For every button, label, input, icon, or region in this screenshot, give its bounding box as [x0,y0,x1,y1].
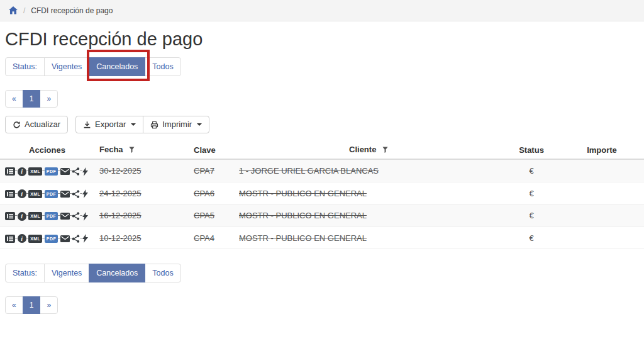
filter-vigentes-button[interactable]: Vigentes [44,57,89,76]
status-cell: € [503,204,560,227]
page-1-button[interactable]: 1 [23,296,41,314]
euro-icon: € [529,211,533,220]
clave-cell: CPA5 [189,204,234,227]
email-icon[interactable] [60,168,70,175]
lightning-icon[interactable] [82,167,88,176]
actions-cell: i XML PDF [0,182,94,204]
print-label: Imprimir [162,120,192,129]
refresh-label: Actualizar [25,120,60,129]
cliente-cell: MOSTR - PUBLICO EN GENERAL [234,226,503,249]
lightning-icon[interactable] [82,212,88,221]
filter-todos-button[interactable]: Todos [145,57,180,76]
pdf-badge-icon[interactable]: PDF [45,190,58,198]
info-icon[interactable]: i [18,167,26,176]
clave-cell: CPA4 [189,226,234,249]
page-next-button[interactable]: » [40,90,58,108]
export-print-group: Exportar Imprimir [75,116,209,133]
email-icon[interactable] [60,191,70,198]
refresh-icon [13,121,21,129]
chevron-down-icon [197,123,202,126]
importe-cell [560,159,644,182]
page-next-button[interactable]: » [40,296,58,314]
header-fecha[interactable]: Fecha [94,141,189,159]
header-fecha-label: Fecha [99,145,123,154]
table-row: i XML PDF 10-12-2025 CPA4 MOSTR - PUBLIC… [0,226,644,249]
header-status: Status [503,141,560,159]
status-filter-label: Status: [5,264,45,282]
actions-cell: i XML PDF [0,226,94,249]
cfdi-table: Acciones Fecha Clave Cliente Status Impo… [0,141,644,249]
filter-cancelados-button[interactable]: Cancelados [89,57,145,76]
receipt-icon[interactable] [5,190,15,198]
status-cell: € [503,226,560,249]
print-button[interactable]: Imprimir [143,116,209,133]
share-icon[interactable] [72,212,80,220]
importe-cell [560,182,644,204]
header-importe: Importe [560,141,644,159]
export-icon [83,121,91,129]
xml-badge-icon[interactable]: XML [28,190,42,198]
xml-badge-icon[interactable]: XML [28,167,42,176]
pagination-top: « 1 » [5,90,58,108]
table-header-row: Acciones Fecha Clave Cliente Status Impo… [0,141,644,159]
breadcrumb-current: CFDI recepción de pago [31,6,113,15]
pdf-badge-icon[interactable]: PDF [45,235,58,243]
home-icon[interactable] [9,6,18,14]
receipt-icon[interactable] [5,167,15,176]
clave-cell: CPA6 [189,182,234,204]
page-prev-button[interactable]: « [5,90,23,108]
share-icon[interactable] [72,235,80,243]
email-icon[interactable] [60,213,70,220]
filter-cancelados-button[interactable]: Cancelados [89,264,145,282]
lightning-icon[interactable] [82,189,88,198]
fecha-cell: 24-12-2025 [94,182,189,204]
page-1-button[interactable]: 1 [23,90,41,108]
info-icon[interactable]: i [18,189,26,198]
page-prev-button[interactable]: « [5,296,23,314]
header-cliente[interactable]: Cliente [234,141,503,159]
receipt-icon[interactable] [5,235,15,243]
fecha-cell: 10-12-2025 [94,226,189,249]
pdf-badge-icon[interactable]: PDF [45,212,58,220]
xml-badge-icon[interactable]: XML [28,235,42,243]
cfdi-page: { "breadcrumb": { "separator": "/", "cur… [0,0,644,341]
lightning-icon[interactable] [82,234,88,243]
filter-vigentes-button[interactable]: Vigentes [44,264,89,282]
info-icon[interactable]: i [18,234,26,243]
print-icon [150,121,158,129]
status-filter-label: Status: [5,57,45,76]
filter-cancelados-label: Cancelados [96,62,138,71]
share-icon[interactable] [72,167,80,176]
pdf-badge-icon[interactable]: PDF [45,167,58,176]
export-button[interactable]: Exportar [75,116,143,133]
cliente-cell: 1 - JORGE URIEL GARCIA BLANCAS [234,159,503,182]
euro-icon: € [529,233,533,243]
page-title: CFDI recepción de pago [5,28,644,50]
filter-icon[interactable] [382,145,388,155]
euro-icon: € [529,189,533,198]
breadcrumb: / CFDI recepción de pago [0,0,644,21]
importe-cell [560,226,644,249]
filter-todos-button[interactable]: Todos [145,264,180,282]
table-row: i XML PDF 24-12-2025 CPA6 MOSTR - PUBLIC… [0,182,644,204]
table-row: i XML PDF 30-12-2025 CPA7 1 - JORGE URIE… [0,159,644,182]
actions-cell: i XML PDF [0,204,94,227]
export-label: Exportar [95,120,126,129]
refresh-button[interactable]: Actualizar [5,116,68,133]
receipt-icon[interactable] [5,212,15,220]
toolbar: Actualizar Exportar Imprimir [5,116,644,133]
status-cell: € [503,182,560,204]
filter-icon[interactable] [129,145,135,155]
header-cliente-label: Cliente [349,145,376,154]
info-icon[interactable]: i [18,212,26,221]
table-row: i XML PDF 16-12-2025 CPA5 MOSTR - PUBLIC… [0,204,644,227]
email-icon[interactable] [60,235,70,242]
xml-badge-icon[interactable]: XML [28,212,42,220]
header-clave: Clave [189,141,234,159]
header-acciones: Acciones [0,141,94,159]
status-filter-bottom: Status: Vigentes Cancelados Todos [5,264,181,282]
status-cell: € [503,159,560,182]
pagination-bottom: « 1 » [5,296,58,314]
chevron-down-icon [131,123,136,126]
share-icon[interactable] [72,190,80,198]
